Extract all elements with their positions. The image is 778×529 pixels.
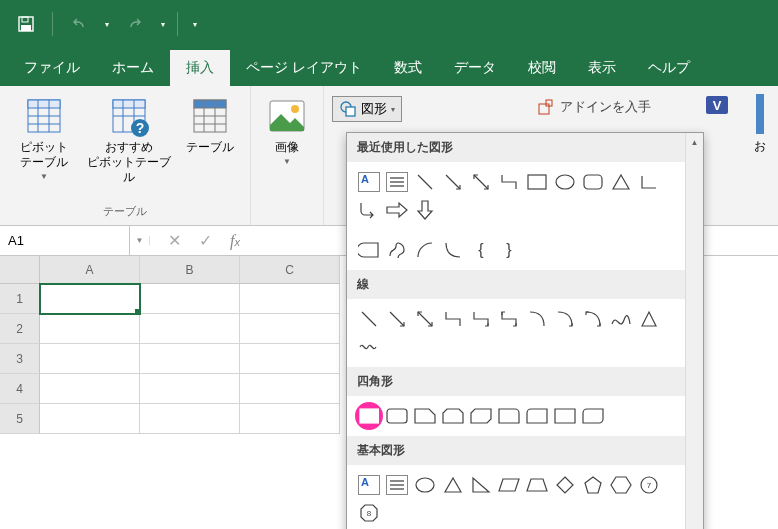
cell[interactable] bbox=[240, 344, 340, 374]
shape-text-vertical[interactable] bbox=[386, 475, 408, 495]
shape-snip-diag[interactable] bbox=[467, 402, 495, 430]
qat-customize[interactable]: ▾ bbox=[186, 6, 204, 42]
shape-triangle[interactable] bbox=[607, 168, 635, 196]
pivot-table-button[interactable]: ピボット テーブル ▼ bbox=[8, 92, 80, 185]
select-all-corner[interactable] bbox=[0, 256, 40, 284]
shape-right-arrow[interactable] bbox=[383, 196, 411, 224]
tab-help[interactable]: ヘルプ bbox=[632, 50, 706, 86]
cell[interactable] bbox=[40, 314, 140, 344]
image-button[interactable]: 画像 ▼ bbox=[259, 92, 315, 170]
col-header[interactable]: C bbox=[240, 256, 340, 284]
name-box[interactable] bbox=[0, 226, 130, 255]
row-header[interactable]: 5 bbox=[0, 404, 40, 434]
shape-line[interactable] bbox=[411, 168, 439, 196]
shape-rounded-rect[interactable] bbox=[383, 402, 411, 430]
cell[interactable] bbox=[240, 404, 340, 434]
shape-oval[interactable] bbox=[551, 168, 579, 196]
shape-line-arrow[interactable] bbox=[439, 168, 467, 196]
shape-connector-elbow-arrow[interactable] bbox=[467, 305, 495, 333]
col-header[interactable]: B bbox=[140, 256, 240, 284]
shape-round-single[interactable] bbox=[523, 402, 551, 430]
get-addins-button[interactable]: アドインを入手 bbox=[538, 98, 651, 116]
shape-right-brace[interactable]: } bbox=[495, 236, 523, 264]
shape-flowchart-alt[interactable] bbox=[355, 236, 383, 264]
save-button[interactable] bbox=[8, 6, 44, 42]
cell[interactable] bbox=[40, 404, 140, 434]
shape-snip-round[interactable] bbox=[495, 402, 523, 430]
row-header[interactable]: 3 bbox=[0, 344, 40, 374]
cell[interactable] bbox=[240, 374, 340, 404]
shape-line-double-arrow[interactable] bbox=[467, 168, 495, 196]
shape-line[interactable] bbox=[355, 305, 383, 333]
shape-snip-same-side[interactable] bbox=[439, 402, 467, 430]
table-button[interactable]: テーブル bbox=[178, 92, 242, 159]
cell[interactable] bbox=[240, 314, 340, 344]
shape-connector-curved-arrow[interactable] bbox=[551, 305, 579, 333]
redo-button[interactable] bbox=[117, 6, 153, 42]
shape-oval[interactable] bbox=[411, 471, 439, 499]
cell-a1[interactable] bbox=[40, 284, 140, 314]
tab-home[interactable]: ホーム bbox=[96, 50, 170, 86]
shape-hexagon[interactable] bbox=[607, 471, 635, 499]
shape-trapezoid[interactable] bbox=[523, 471, 551, 499]
shape-text-vertical[interactable] bbox=[386, 172, 408, 192]
tab-pagelayout[interactable]: ページ レイアウト bbox=[230, 50, 378, 86]
fx-icon[interactable]: fx bbox=[230, 232, 240, 250]
cell[interactable] bbox=[240, 284, 340, 314]
tab-insert[interactable]: 挿入 bbox=[170, 50, 230, 86]
shape-triangle[interactable] bbox=[439, 471, 467, 499]
shape-round-diag[interactable] bbox=[579, 402, 607, 430]
shape-parallelogram[interactable] bbox=[495, 471, 523, 499]
shape-connector-elbow[interactable] bbox=[439, 305, 467, 333]
shape-diamond[interactable] bbox=[551, 471, 579, 499]
shape-line-double-arrow[interactable] bbox=[411, 305, 439, 333]
cell[interactable] bbox=[40, 344, 140, 374]
shape-snip-single[interactable] bbox=[411, 402, 439, 430]
shape-curve-free[interactable] bbox=[607, 305, 635, 333]
other-addin-button[interactable]: お bbox=[746, 94, 774, 155]
shape-down-arrow[interactable] bbox=[411, 196, 439, 224]
shape-curve[interactable] bbox=[439, 236, 467, 264]
shape-right-angle[interactable] bbox=[635, 168, 663, 196]
shape-bent-arrow[interactable] bbox=[355, 196, 383, 224]
shape-rounded-rect[interactable] bbox=[579, 168, 607, 196]
visio-addin-icon[interactable]: V bbox=[704, 92, 730, 122]
row-header[interactable]: 2 bbox=[0, 314, 40, 344]
shape-pentagon[interactable] bbox=[579, 471, 607, 499]
shape-line-arrow[interactable] bbox=[383, 305, 411, 333]
shape-left-brace[interactable]: { bbox=[467, 236, 495, 264]
shape-arc[interactable] bbox=[411, 236, 439, 264]
redo-more[interactable]: ▾ bbox=[157, 6, 169, 42]
cell[interactable] bbox=[140, 404, 240, 434]
shape-rectangle-highlighted[interactable] bbox=[355, 402, 383, 430]
cell[interactable] bbox=[140, 374, 240, 404]
tab-view[interactable]: 表示 bbox=[572, 50, 632, 86]
shape-textbox[interactable] bbox=[358, 172, 380, 192]
shape-connector-curved-double[interactable] bbox=[579, 305, 607, 333]
shape-scribble[interactable] bbox=[355, 333, 383, 361]
scroll-up-button[interactable]: ▲ bbox=[686, 133, 703, 151]
shape-freeform[interactable] bbox=[383, 236, 411, 264]
shape-heptagon[interactable]: 7 bbox=[635, 471, 663, 499]
undo-button[interactable] bbox=[61, 6, 97, 42]
undo-more[interactable]: ▾ bbox=[101, 6, 113, 42]
shape-octagon[interactable]: 8 bbox=[355, 499, 383, 527]
tab-data[interactable]: データ bbox=[438, 50, 512, 86]
panel-scrollbar[interactable]: ▲ ▼ bbox=[685, 133, 703, 529]
recommended-pivot-button[interactable]: ? おすすめ ピボットテーブル bbox=[84, 92, 174, 189]
shape-connector-elbow-double[interactable] bbox=[495, 305, 523, 333]
tab-file[interactable]: ファイル bbox=[8, 50, 96, 86]
row-header[interactable]: 4 bbox=[0, 374, 40, 404]
shape-connector-elbow[interactable] bbox=[495, 168, 523, 196]
row-header[interactable]: 1 bbox=[0, 284, 40, 314]
cell[interactable] bbox=[140, 314, 240, 344]
cell[interactable] bbox=[40, 374, 140, 404]
shape-freeform-tool[interactable] bbox=[635, 305, 663, 333]
col-header[interactable]: A bbox=[40, 256, 140, 284]
shape-right-triangle[interactable] bbox=[467, 471, 495, 499]
name-box-dropdown[interactable]: ▼ bbox=[130, 236, 150, 245]
shape-textbox[interactable] bbox=[358, 475, 380, 495]
shapes-dropdown-button[interactable]: 図形 ▾ bbox=[332, 96, 402, 122]
tab-formulas[interactable]: 数式 bbox=[378, 50, 438, 86]
tab-review[interactable]: 校閲 bbox=[512, 50, 572, 86]
